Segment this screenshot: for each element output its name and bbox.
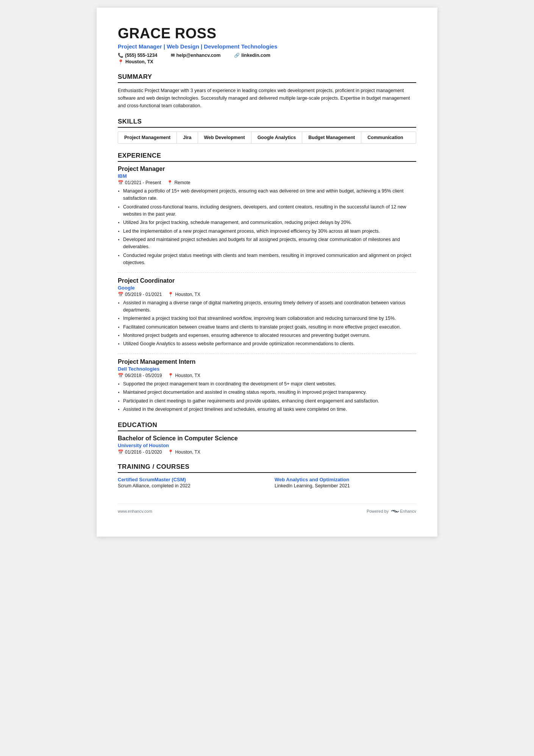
location-icon-2: 📍 (168, 292, 173, 297)
job-title-3: Project Management Intern (118, 358, 416, 365)
job-location-3: 📍 Houston, TX (168, 373, 200, 378)
location-icon-3: 📍 (168, 373, 173, 378)
training-heading: TRAINING / COURSES (118, 463, 416, 473)
link-icon: 🔗 (234, 53, 240, 58)
summary-text: Enthusiastic Project Manager with 3 year… (118, 87, 416, 110)
calendar-icon-1: 📅 (118, 180, 123, 185)
job-dates-2: 📅 05/2019 - 01/2021 (118, 292, 162, 297)
footer-website: www.enhancv.com (118, 509, 152, 513)
bullet: Developed and maintained project schedul… (123, 236, 416, 251)
experience-section: EXPERIENCE Project Manager IBM 📅 01/2021… (118, 152, 416, 413)
company-name-1: IBM (118, 173, 416, 179)
page-footer: www.enhancv.com Powered by Enhancv (118, 504, 416, 514)
enhancv-icon (391, 509, 399, 514)
linkedin-item: 🔗 linkedin.com (234, 53, 270, 58)
calendar-icon-3: 📅 (118, 373, 123, 378)
job-title-2: Project Coordinator (118, 277, 416, 284)
enhancv-brand: Enhancv (400, 509, 416, 513)
candidate-title: Project Manager | Web Design | Developme… (118, 43, 416, 50)
job-entry-1: Project Manager IBM 📅 01/2021 - Present … (118, 166, 416, 273)
edu-meta-1: 📅 01/2016 - 01/2020 📍 Houston, TX (118, 449, 416, 455)
resume-page: GRACE ROSS Project Manager | Web Design … (97, 8, 437, 537)
skills-heading: SKILLS (118, 118, 416, 128)
job-entry-2: Project Coordinator Google 📅 05/2019 - 0… (118, 277, 416, 354)
skill-item: Project Management (118, 132, 177, 143)
email-address: help@enhancv.com (176, 53, 220, 58)
experience-heading: EXPERIENCE (118, 152, 416, 162)
bullet: Conducted regular project status meeting… (123, 252, 416, 267)
location-pin-icon: 📍 (118, 59, 124, 65)
skill-item: Budget Management (302, 132, 361, 143)
edu-school-1: University of Houston (118, 443, 416, 448)
job-location-1: 📍 Remote (167, 180, 190, 185)
job-meta-2: 📅 05/2019 - 01/2021 📍 Houston, TX (118, 292, 416, 297)
location-icon-1: 📍 (167, 180, 173, 185)
job-title-1: Project Manager (118, 166, 416, 172)
bullet: Maintained project documentation and ass… (123, 389, 416, 396)
phone-number: (555) 555-1234 (125, 53, 157, 58)
summary-section: SUMMARY Enthusiastic Project Manager wit… (118, 73, 416, 110)
job-bullets-1: Managed a portfolio of 15+ web developme… (118, 188, 416, 267)
job-dates-3: 📅 06/2018 - 05/2019 (118, 373, 162, 378)
email-item: ✉ help@enhancv.com (171, 53, 220, 58)
candidate-name: GRACE ROSS (118, 26, 416, 42)
training-item-2: Web Analytics and Optimization LinkedIn … (275, 477, 416, 488)
training-title-1: Certified ScrumMaster (CSM) (118, 477, 259, 482)
job-bullets-2: Assisted in managing a diverse range of … (118, 299, 416, 348)
training-detail-2: LinkedIn Learning, September 2021 (275, 483, 416, 488)
skill-item: Web Development (198, 132, 251, 143)
bullet: Led the implementation of a new project … (123, 228, 416, 235)
job-meta-3: 📅 06/2018 - 05/2019 📍 Houston, TX (118, 373, 416, 378)
bullet: Facilitated communication between creati… (123, 324, 416, 331)
bullet: Supported the project management team in… (123, 380, 416, 388)
bullet: Utilized Jira for project tracking, sche… (123, 219, 416, 226)
education-heading: EDUCATION (118, 421, 416, 431)
contact-row: 📞 (555) 555-1234 ✉ help@enhancv.com 🔗 li… (118, 53, 416, 58)
bullet: Assisted in managing a diverse range of … (123, 299, 416, 314)
skill-item: Google Analytics (251, 132, 303, 143)
location-row: 📍 Houston, TX (118, 59, 416, 65)
location-icon-edu: 📍 (168, 449, 173, 455)
enhancv-logo: Enhancv (391, 509, 416, 514)
training-grid: Certified ScrumMaster (CSM) Scrum Allian… (118, 477, 416, 488)
job-location-2: 📍 Houston, TX (168, 292, 200, 297)
skill-item: Communication (361, 132, 409, 143)
company-name-2: Google (118, 285, 416, 291)
phone-item: 📞 (555) 555-1234 (118, 53, 157, 58)
email-icon: ✉ (171, 53, 175, 58)
edu-degree-1: Bachelor of Science in Computer Science (118, 435, 416, 442)
calendar-icon-2: 📅 (118, 292, 123, 297)
footer-logo: Powered by Enhancv (367, 509, 416, 514)
job-entry-3: Project Management Intern Dell Technolog… (118, 358, 416, 413)
training-title-2: Web Analytics and Optimization (275, 477, 416, 482)
linkedin-url: linkedin.com (241, 53, 270, 58)
bullet: Assisted in the development of project t… (123, 406, 416, 413)
skill-item: Jira (177, 132, 198, 143)
calendar-icon-edu: 📅 (118, 449, 123, 455)
powered-by-text: Powered by (367, 509, 389, 513)
bullet: Implemented a project tracking tool that… (123, 315, 416, 322)
training-item-1: Certified ScrumMaster (CSM) Scrum Allian… (118, 477, 259, 488)
bullet: Participated in client meetings to gathe… (123, 398, 416, 405)
location-text: Houston, TX (125, 59, 153, 64)
job-meta-1: 📅 01/2021 - Present 📍 Remote (118, 180, 416, 185)
bullet: Monitored project budgets and expenses, … (123, 332, 416, 339)
edu-location-1: 📍 Houston, TX (168, 449, 200, 455)
job-bullets-3: Supported the project management team in… (118, 380, 416, 413)
bullet: Managed a portfolio of 15+ web developme… (123, 188, 416, 202)
education-section: EDUCATION Bachelor of Science in Compute… (118, 421, 416, 455)
skills-row: Project Management Jira Web Development … (118, 131, 416, 144)
training-detail-1: Scrum Alliance, completed in 2022 (118, 483, 259, 488)
summary-heading: SUMMARY (118, 73, 416, 83)
edu-entry-1: Bachelor of Science in Computer Science … (118, 435, 416, 455)
header: GRACE ROSS Project Manager | Web Design … (118, 26, 416, 65)
edu-dates-1: 📅 01/2016 - 01/2020 (118, 449, 162, 455)
job-dates-1: 📅 01/2021 - Present (118, 180, 161, 185)
bullet: Coordinated cross-functional teams, incl… (123, 203, 416, 218)
phone-icon: 📞 (118, 53, 123, 58)
training-section: TRAINING / COURSES Certified ScrumMaster… (118, 463, 416, 488)
skills-section: SKILLS Project Management Jira Web Devel… (118, 118, 416, 144)
bullet: Utilized Google Analytics to assess webs… (123, 340, 416, 347)
company-name-3: Dell Technologies (118, 366, 416, 372)
